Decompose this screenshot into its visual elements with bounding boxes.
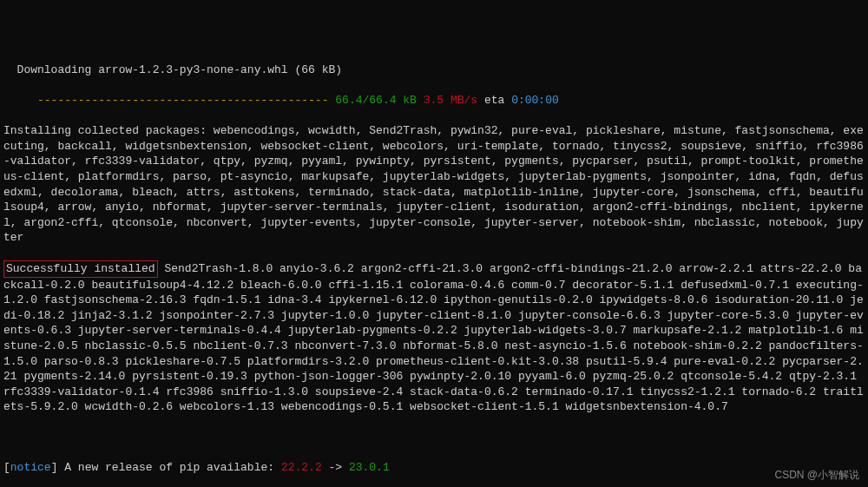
success-line: Successfully installed Send2Trash-1.8.0 … — [3, 260, 865, 414]
eta-label: eta — [477, 94, 511, 107]
success-packages: Send2Trash-1.8.0 anyio-3.6.2 argon2-cffi… — [3, 262, 864, 413]
bracket: ] — [51, 461, 65, 474]
new-version: 23.0.1 — [349, 461, 390, 474]
notice-line-1: [notice] A new release of pip available:… — [3, 460, 865, 476]
notice-text: A new release of pip available: — [64, 461, 281, 474]
progress-size: 66.4/66.4 kB — [335, 94, 417, 107]
progress-line: ----------------------------------------… — [3, 93, 865, 109]
blank-line — [3, 430, 865, 445]
watermark: CSDN @小智解说 — [774, 468, 859, 482]
installing-line: Installing collected packages: webencodi… — [3, 123, 865, 245]
progress-speed: 3.5 MB/s — [417, 94, 477, 107]
notice-tag: notice — [10, 461, 51, 474]
arrow-text: -> — [322, 461, 349, 474]
download-text: Downloading arrow-1.2.3-py3-none-any.whl… — [3, 63, 342, 76]
eta-value: 0:00:00 — [511, 94, 559, 107]
success-label: Successfully installed — [3, 260, 158, 278]
download-line: Downloading arrow-1.2.3-py3-none-any.whl… — [3, 63, 865, 78]
progress-bar: ----------------------------------------… — [3, 94, 335, 107]
old-version: 22.2.2 — [281, 461, 322, 474]
bracket: [ — [3, 461, 10, 474]
installing-text: Installing collected packages: webencodi… — [3, 124, 864, 244]
